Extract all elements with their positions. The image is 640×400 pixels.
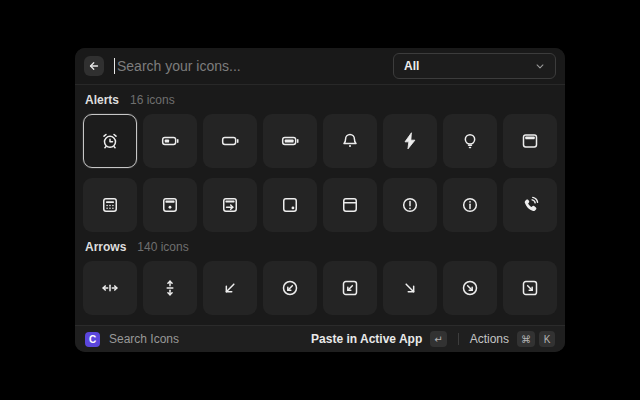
icon-tile-arrow-down-left-circle[interactable] — [263, 261, 317, 315]
icon-tile-app-window-arrow-right[interactable] — [203, 178, 257, 232]
icon-tile-arrow-down-right-square[interactable] — [503, 261, 557, 315]
icon-grid — [83, 114, 557, 232]
filter-selected-value: All — [404, 59, 419, 73]
section-icon-count: 140 icons — [137, 240, 188, 254]
arrow-down-left-circle-icon — [280, 278, 300, 298]
icon-tile-phone-ringing[interactable] — [503, 178, 557, 232]
section-header: Alerts16 icons — [83, 85, 557, 114]
icon-tile-app-window-top-filled[interactable] — [503, 114, 557, 168]
battery-icon — [220, 131, 240, 151]
footer-bar: C Search Icons Paste in Active App ↵ Act… — [75, 325, 565, 352]
section-icon-count: 16 icons — [130, 93, 175, 107]
info-circle-icon — [460, 195, 480, 215]
icon-grid — [83, 261, 557, 315]
search-bar: All — [75, 48, 565, 85]
icon-tile-bell[interactable] — [323, 114, 377, 168]
icon-search-window: All Alerts16 iconsArrows140 icons C Sear… — [75, 48, 565, 352]
icon-tile-battery-half[interactable] — [143, 114, 197, 168]
icon-tile-calculator[interactable] — [83, 178, 137, 232]
icon-tile-arrows-expand-horizontal[interactable] — [83, 261, 137, 315]
app-window-corner-dot-icon — [280, 195, 300, 215]
arrow-down-left-square-icon — [340, 278, 360, 298]
actions-menu-label[interactable]: Actions — [470, 332, 509, 346]
category-filter-dropdown[interactable]: All — [393, 53, 556, 79]
arrow-down-right-square-icon — [520, 278, 540, 298]
k-key-badge: K — [539, 331, 555, 347]
icon-tile-info-circle[interactable] — [443, 178, 497, 232]
icon-tile-battery[interactable] — [203, 114, 257, 168]
icon-tile-app-window[interactable] — [323, 178, 377, 232]
icon-tile-arrow-down-left-square[interactable] — [323, 261, 377, 315]
arrow-down-left-icon — [220, 278, 240, 298]
arrow-left-icon — [88, 60, 100, 72]
search-input[interactable] — [117, 58, 393, 74]
icon-tile-arrows-expand-vertical[interactable] — [143, 261, 197, 315]
app-window-content-icon — [160, 195, 180, 215]
arrows-expand-horizontal-icon — [100, 278, 120, 298]
icon-tile-alarm-clock[interactable] — [83, 114, 137, 168]
light-bulb-icon — [460, 131, 480, 151]
chevron-down-icon — [535, 61, 545, 71]
icon-tile-arrow-down-left[interactable] — [203, 261, 257, 315]
cmd-key-badge: ⌘ — [517, 331, 535, 347]
primary-action-label[interactable]: Paste in Active App — [311, 332, 422, 346]
icon-tile-battery-full[interactable] — [263, 114, 317, 168]
battery-half-icon — [160, 131, 180, 151]
section-title: Arrows — [85, 240, 126, 254]
arrows-expand-vertical-icon — [160, 278, 180, 298]
footer-divider — [458, 333, 459, 345]
icon-tile-app-window-corner-dot[interactable] — [263, 178, 317, 232]
icon-tile-arrow-down-right[interactable] — [383, 261, 437, 315]
bell-icon — [340, 131, 360, 151]
calculator-icon — [100, 195, 120, 215]
exclamation-circle-icon — [400, 195, 420, 215]
section-title: Alerts — [85, 93, 119, 107]
app-name: Search Icons — [109, 332, 179, 346]
app-window-top-filled-icon — [520, 131, 540, 151]
phone-ringing-icon — [520, 195, 540, 215]
section-alerts: Alerts16 icons — [83, 85, 557, 232]
text-caret — [114, 58, 115, 74]
icon-tile-exclamation-circle[interactable] — [383, 178, 437, 232]
app-window-arrow-right-icon — [220, 195, 240, 215]
icon-tile-light-bulb[interactable] — [443, 114, 497, 168]
arrow-down-right-circle-icon — [460, 278, 480, 298]
back-button[interactable] — [84, 56, 104, 76]
battery-full-icon — [280, 131, 300, 151]
section-arrows: Arrows140 icons — [83, 232, 557, 315]
alarm-clock-icon — [100, 131, 120, 151]
return-key-badge: ↵ — [430, 331, 446, 347]
app-logo: C — [85, 332, 100, 347]
bolt-icon — [400, 131, 420, 151]
icon-grid-area: Alerts16 iconsArrows140 icons — [75, 85, 565, 325]
app-window-icon — [340, 195, 360, 215]
icon-tile-bolt[interactable] — [383, 114, 437, 168]
section-header: Arrows140 icons — [83, 232, 557, 261]
icon-tile-arrow-down-right-circle[interactable] — [443, 261, 497, 315]
icon-tile-app-window-content[interactable] — [143, 178, 197, 232]
arrow-down-right-icon — [400, 278, 420, 298]
